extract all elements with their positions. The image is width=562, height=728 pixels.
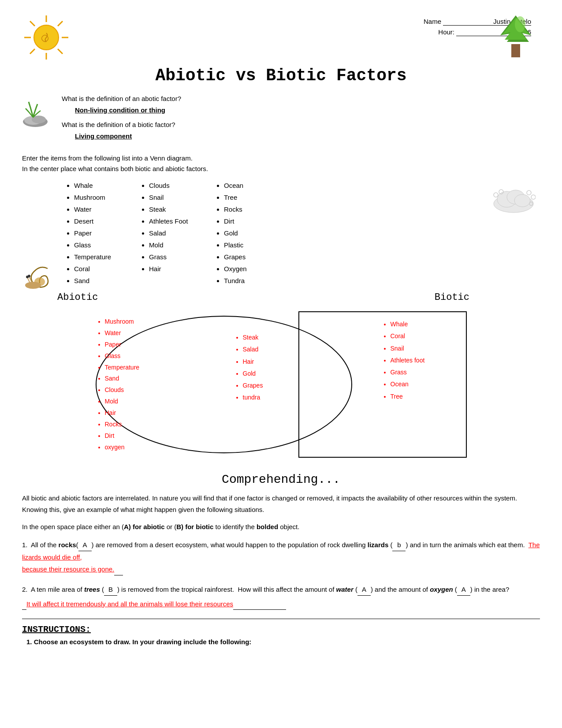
comprehending-title: Comprehending... (22, 473, 540, 486)
comprehending-section: Comprehending... All biotic and abiotic … (22, 473, 540, 610)
name-hour-area: Name Justin Sotelo Hour: 6 (71, 18, 531, 36)
venn-label-biotic: Biotic (435, 292, 469, 303)
tree-icon-top (491, 13, 540, 63)
svg-line-7 (58, 21, 63, 26)
question-1: 1. All of the rocks(A) are removed from … (22, 539, 540, 575)
svg-line-8 (30, 49, 35, 54)
rock-plant-icon (22, 93, 57, 128)
biotic-question: What is the definition of a biotic facto… (62, 119, 540, 131)
svg-line-6 (58, 49, 63, 54)
svg-point-19 (514, 194, 530, 207)
name-label: Name (424, 18, 441, 26)
cloud-icon (491, 179, 536, 216)
questions-area: 1. All of the rocks(A) are removed from … (22, 539, 540, 610)
svg-point-26 (25, 282, 41, 289)
venn-left-items: Mushroom Water Paper Glass Temperature S… (96, 316, 140, 453)
svg-point-30 (28, 275, 30, 277)
biotic-answer: Living component (75, 131, 540, 142)
coral-icon (22, 259, 57, 291)
svg-point-23 (531, 195, 536, 199)
hour-label: Hour: (438, 28, 454, 36)
items-col-3: Ocean Tree Rocks Dirt Gold Plastic Grape… (212, 179, 287, 287)
svg-rect-9 (511, 44, 520, 57)
items-col-2: Clouds Snail Steak Athletes Foot Salad M… (137, 179, 212, 287)
definitions-area: What is the definition of an abotic fact… (62, 93, 540, 142)
venn-center-items: Steak Salad Hair Gold Grapes tundra (235, 332, 263, 404)
svg-point-22 (527, 190, 531, 195)
venn-labels: Abiotic Biotic (22, 292, 540, 303)
svg-point-12 (515, 16, 525, 32)
svg-point-20 (494, 193, 498, 197)
comprehending-paragraph: All biotic and abiotic factors are inter… (22, 493, 540, 515)
comprehending-instruction: In the open space place either an (A) fo… (22, 521, 540, 533)
venn-label-abiotic: Abiotic (57, 292, 98, 303)
items-section: Whale Mushroom Water Desert Paper Glass … (22, 179, 540, 287)
venn-diagram: Mushroom Water Paper Glass Temperature S… (83, 305, 480, 464)
venn-right-items: Whale Coral Snail Athletes foot Grass Oc… (383, 318, 471, 403)
main-title: Abiotic vs Biotic Factors (22, 66, 540, 85)
items-col-1: Whale Mushroom Water Desert Paper Glass … (62, 179, 137, 287)
items-columns: Whale Mushroom Water Desert Paper Glass … (22, 179, 540, 287)
instructions-section: INSTRUCTIONS: 1. Choose an ecosystem to … (22, 624, 540, 646)
instructions-title: INSTRUCTIONS: (22, 624, 540, 635)
abiotic-question: What is the definition of an abotic fact… (62, 93, 540, 105)
venn-instruction: Enter the items from the following list … (22, 153, 540, 174)
svg-line-5 (30, 21, 35, 26)
header: Name Justin Sotelo Hour: 6 (22, 13, 540, 62)
sun-icon (22, 13, 71, 62)
instructions-item-1: 1. Choose an ecosystem to draw. In your … (26, 638, 540, 646)
title-area: Abiotic vs Biotic Factors (22, 66, 540, 85)
section-divider (22, 619, 540, 619)
q2-answer: It will affect it tremendously and all t… (26, 598, 233, 610)
question-2: 2. A ten mile area of trees ( B ) is rem… (22, 583, 540, 610)
abiotic-answer: Non-living condition or thing (75, 105, 540, 116)
